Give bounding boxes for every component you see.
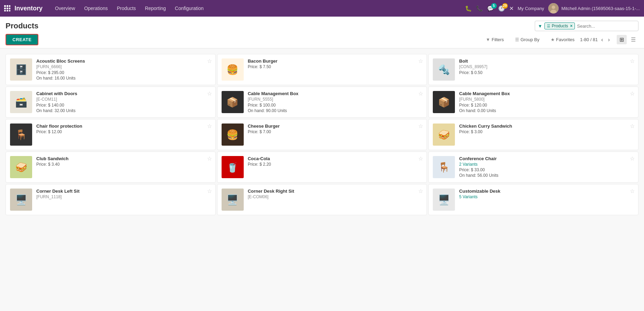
prev-page-button[interactable]: ‹ xyxy=(600,36,604,44)
favorite-button[interactable]: ☆ xyxy=(630,188,635,194)
product-price: Price: $ 0.50 xyxy=(459,70,634,75)
bug-icon[interactable]: 🐛 xyxy=(465,5,472,12)
product-name: Bacon Burger xyxy=(248,58,423,64)
tag-filter-icon: ☰ xyxy=(547,24,550,28)
nav-company: My Company xyxy=(518,6,544,11)
create-button[interactable]: CREATE xyxy=(6,34,38,45)
product-name: Coca-Cola xyxy=(248,156,423,161)
favorite-button[interactable]: ☆ xyxy=(630,90,635,97)
favorite-button[interactable]: ☆ xyxy=(418,90,423,97)
favorite-button[interactable]: ☆ xyxy=(630,58,635,64)
search-bar[interactable]: ▼ ☰ Products × xyxy=(535,21,638,31)
clock-badge: 29 xyxy=(502,3,508,9)
nav-item-products[interactable]: Products xyxy=(113,3,140,13)
product-info: Customizable Desk5 Variants xyxy=(459,189,634,200)
product-price: Price: $ 120.00 xyxy=(459,103,634,108)
product-info: Bolt[CONS_89957]Price: $ 0.50 xyxy=(459,58,634,76)
svg-rect-0 xyxy=(4,5,6,7)
favorite-button[interactable]: ☆ xyxy=(418,123,423,129)
product-card[interactable]: 🪑Chair floor protectionPrice: $ 12.00☆ xyxy=(6,119,216,150)
product-info: Corner Desk Left Sit[FURN_1118] xyxy=(36,189,211,200)
search-filter-tag[interactable]: ☰ Products × xyxy=(544,22,575,29)
favorite-button[interactable]: ☆ xyxy=(207,90,212,97)
product-card[interactable]: 🖥️Customizable Desk5 Variants☆ xyxy=(428,184,638,215)
top-nav: Inventory Overview Operations Products R… xyxy=(0,0,644,17)
product-card[interactable]: 📦Cable Management Box[FURN_5555]Price: $… xyxy=(217,86,427,118)
favorite-button[interactable]: ☆ xyxy=(418,155,423,162)
product-image: 🪑 xyxy=(10,124,32,146)
favorite-button[interactable]: ☆ xyxy=(418,188,423,194)
phone-icon[interactable]: 📞 xyxy=(476,5,483,12)
favorite-button[interactable]: ☆ xyxy=(418,58,423,64)
product-card[interactable]: 🖥️Corner Desk Left Sit[FURN_1118]☆ xyxy=(6,184,216,215)
nav-item-reporting[interactable]: Reporting xyxy=(141,3,170,13)
list-view-button[interactable]: ☰ xyxy=(628,35,638,44)
product-price: Price: $ 2.20 xyxy=(248,162,423,167)
product-card[interactable]: 🪑Conference Chair2 VariantsPrice: $ 33.0… xyxy=(428,152,638,183)
svg-rect-2 xyxy=(9,5,10,7)
favorite-button[interactable]: ☆ xyxy=(207,58,212,64)
product-name: Corner Desk Right Sit xyxy=(248,189,423,194)
product-name: Club Sandwich xyxy=(36,156,211,161)
groupby-button[interactable]: ☰ Group By xyxy=(512,36,542,44)
favorite-button[interactable]: ☆ xyxy=(207,155,212,162)
product-info: Cheese BurgerPrice: $ 7.00 xyxy=(248,124,423,135)
product-card[interactable]: 🥪Chicken Curry SandwichPrice: $ 3.00☆ xyxy=(428,119,638,150)
product-variants: 2 Variants xyxy=(459,162,634,167)
product-card[interactable]: 🔩Bolt[CONS_89957]Price: $ 0.50☆ xyxy=(428,54,638,85)
grid-menu-icon[interactable] xyxy=(4,5,10,11)
product-image: 🍔 xyxy=(222,58,244,81)
groupby-label: Group By xyxy=(521,37,540,42)
filters-button[interactable]: ▼ Filters xyxy=(483,36,506,44)
product-card[interactable]: 🍔Bacon BurgerPrice: $ 7.50☆ xyxy=(217,54,427,85)
favorite-button[interactable]: ☆ xyxy=(207,188,212,194)
product-image: 🔩 xyxy=(433,58,455,81)
grid-view-button[interactable]: ⊞ xyxy=(617,35,627,44)
nav-item-operations[interactable]: Operations xyxy=(80,3,112,13)
product-name: Chair floor protection xyxy=(36,124,211,129)
product-info: Cable Management Box[FURN_5800]Price: $ … xyxy=(459,91,634,113)
product-card[interactable]: 🥤Coca-ColaPrice: $ 2.20☆ xyxy=(217,152,427,183)
nav-brand[interactable]: Inventory xyxy=(15,5,43,12)
product-card[interactable]: 🥪Club SandwichPrice: $ 3.40☆ xyxy=(6,152,216,183)
product-card[interactable]: 📦Cable Management Box[FURN_5800]Price: $… xyxy=(428,86,638,118)
product-card[interactable]: 🍔Cheese BurgerPrice: $ 7.00☆ xyxy=(217,119,427,150)
product-price: Price: $ 12.00 xyxy=(36,129,211,134)
favorite-button[interactable]: ☆ xyxy=(207,123,212,129)
product-onhand: On hand: 16.00 Units xyxy=(36,76,211,81)
product-card[interactable]: 🗄️Acoustic Bloc Screens[FURN_6666]Price:… xyxy=(6,54,216,85)
nav-item-overview[interactable]: Overview xyxy=(51,3,79,13)
product-card[interactable]: 🗃️Cabinet with Doors[E-COM11]Price: $ 14… xyxy=(6,86,216,118)
product-price: Price: $ 3.00 xyxy=(459,129,634,134)
svg-rect-4 xyxy=(7,8,8,9)
filter-icon: ▼ xyxy=(486,37,490,42)
product-info: Cabinet with Doors[E-COM11]Price: $ 140.… xyxy=(36,91,211,113)
page-header: Products ▼ ☰ Products × CREATE ▼ Filters… xyxy=(0,17,644,48)
close-icon[interactable]: ✕ xyxy=(509,5,514,12)
product-price: Price: $ 33.00 xyxy=(459,167,634,172)
search-input[interactable] xyxy=(577,24,635,29)
chat-icon[interactable]: 💬 5 xyxy=(487,5,494,12)
product-ref: [FURN_5800] xyxy=(459,97,634,102)
product-card[interactable]: 🖥️Corner Desk Right Sit[E-COM06]☆ xyxy=(217,184,427,215)
product-info: Chicken Curry SandwichPrice: $ 3.00 xyxy=(459,124,634,135)
product-info: Club SandwichPrice: $ 3.40 xyxy=(36,156,211,167)
product-info: Cable Management Box[FURN_5555]Price: $ … xyxy=(248,91,423,113)
filters-label: Filters xyxy=(492,37,504,42)
product-price: Price: $ 7.50 xyxy=(248,64,423,69)
svg-rect-6 xyxy=(4,10,6,11)
user-name: Mitchell Admin (15695063-saas-15-1-... xyxy=(561,6,640,11)
product-name: Cable Management Box xyxy=(248,91,423,96)
remove-tag-button[interactable]: × xyxy=(570,24,572,28)
favorite-button[interactable]: ☆ xyxy=(630,123,635,129)
next-page-button[interactable]: › xyxy=(607,36,611,44)
nav-menu: Overview Operations Products Reporting C… xyxy=(51,3,464,13)
search-tag-label: Products xyxy=(552,24,568,28)
product-image: 📦 xyxy=(433,91,455,113)
nav-user[interactable]: Mitchell Admin (15695063-saas-15-1-... xyxy=(548,3,640,13)
clock-icon[interactable]: 🕐 29 xyxy=(498,5,505,12)
favorites-button[interactable]: ★ Favorites xyxy=(548,36,577,44)
favorite-button[interactable]: ☆ xyxy=(630,155,635,162)
nav-item-configuration[interactable]: Configuration xyxy=(171,3,208,13)
product-ref: [E-COM11] xyxy=(36,97,211,102)
